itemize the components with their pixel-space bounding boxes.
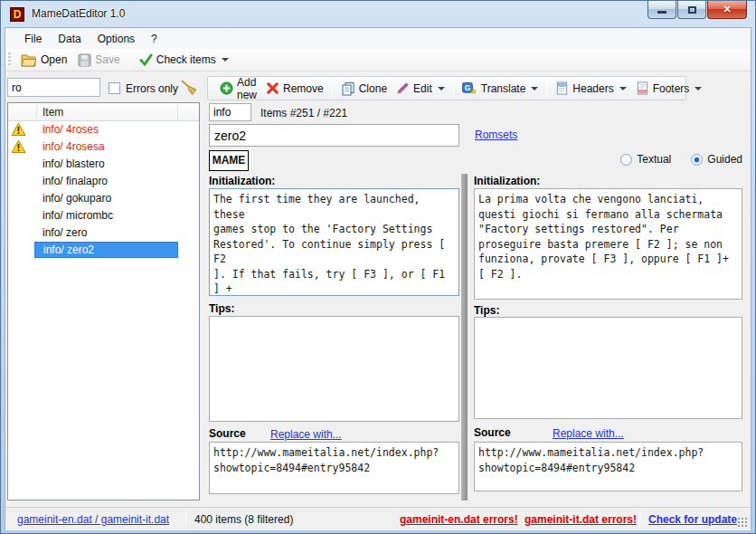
list-item[interactable]: info/ micrombc [8,207,199,224]
source-textarea-it[interactable]: http://www.mameitalia.net/index.php? sho… [474,442,742,491]
list-item[interactable]: info/ zero2 [8,242,199,259]
edit-button[interactable]: Edit [392,80,449,97]
radio-icon [691,154,703,166]
minimize-button[interactable] [647,1,676,19]
chevron-down-icon [619,87,627,91]
warning-icon [11,122,26,137]
source-textarea-en[interactable]: http://www.mameitalia.net/index.php? sho… [209,442,459,494]
list-column-header[interactable]: Item [8,103,199,121]
svg-text:G: G [464,83,470,92]
list-item[interactable]: info/ 4roses [8,121,199,138]
open-label: Open [41,53,67,66]
add-icon [220,81,233,95]
remove-x-icon [266,81,279,95]
clone-button[interactable]: Clone [336,80,392,98]
maximize-button[interactable] [677,1,706,19]
warning-icon [11,139,26,154]
footers-page-icon [636,81,649,95]
headers-page-icon [555,81,569,95]
maximize-icon [688,6,696,14]
close-button[interactable]: ✕ [707,1,747,19]
dat-files-link[interactable]: gameinit-en.dat / gameinit-it.dat [17,513,169,526]
resize-grip[interactable] [737,517,748,528]
menu-options[interactable]: Options [90,30,143,48]
replace-with-link-it[interactable]: Replace with... [553,427,624,440]
check-items-button[interactable]: Check items [134,52,234,68]
romsets-link[interactable]: Romsets [475,129,517,141]
toolbar-grip[interactable] [8,52,11,67]
remove-button[interactable]: Remove [261,80,328,97]
check-items-label: Check items [156,53,216,66]
app-icon: D [10,7,24,22]
errors-only-checkbox[interactable] [109,82,120,94]
tips-textarea-en[interactable] [209,316,459,422]
window-title: MameDatEditor 1.0 [32,7,125,20]
clone-copy-icon [341,81,355,96]
add-new-label: Add new [237,76,257,101]
menu-help[interactable]: ? [143,30,165,48]
errors-en-link[interactable]: gameinit-en.dat errors! [400,513,518,526]
items-count-status: 400 items (8 filtered) [194,513,293,526]
list-item[interactable]: info/ finalapro [8,173,199,190]
item-column-label: Item [43,106,63,119]
chevron-down-icon [695,87,702,91]
editor-toolbar: Add new Remove Clone Edit G Translate [207,76,686,100]
replace-with-link-en[interactable]: Replace with... [270,428,342,441]
app-window: D MameDatEditor 1.0 ✕ File Data Options … [0,0,756,534]
status-bar: gameinit-en.dat / gameinit-it.dat 400 it… [5,507,751,530]
category-field[interactable] [209,103,251,121]
check-for-update-link[interactable]: Check for update [648,513,737,526]
status-separator [185,511,186,526]
remove-label: Remove [283,82,324,95]
item-list: Item info/ 4roses info/ 4rosesa info/ bl… [7,102,200,501]
search-input[interactable] [7,78,100,97]
list-item-label: info/ 4roses [34,121,178,138]
init-label-en: Initialization: [209,175,275,187]
list-item[interactable]: info/ zero [8,224,199,242]
open-button[interactable]: Open [15,52,72,69]
chevron-down-icon [531,87,538,91]
toolbar-separator [546,81,547,97]
headers-button[interactable]: Headers [551,80,630,97]
list-item-label: info/ micrombc [34,207,178,224]
footers-button[interactable]: Footers [631,80,707,97]
list-item[interactable]: info/ 4rosesa [8,138,199,156]
translate-button[interactable]: G Translate [458,80,543,97]
toolbar-separator [129,52,130,68]
column-divider [177,105,178,119]
edit-pencil-icon [396,81,410,95]
save-label: Save [95,53,119,66]
main-toolbar: Open Save Check items [5,49,751,72]
list-item-label: info/ finalapro [34,173,178,189]
item-name-field[interactable] [209,124,459,147]
view-mode-group: Textual Guided [598,153,742,166]
add-new-button[interactable]: Add new [215,74,261,103]
chevron-down-icon [438,87,445,91]
panel-splitter[interactable] [461,174,468,501]
tab-mame[interactable]: MAME [209,150,249,171]
textual-radio[interactable]: Textual [620,153,671,166]
errors-only-label: Errors only [126,82,178,95]
list-item[interactable]: info/ blastero [8,156,199,173]
list-item-label: info/ zero [34,224,178,241]
tips-label-en: Tips: [209,302,234,315]
tips-textarea-it[interactable] [474,317,742,419]
init-textarea-en[interactable]: The first time they are launched, these … [209,188,459,296]
menu-data[interactable]: Data [50,30,89,48]
errors-it-link[interactable]: gameinit-it.dat errors! [524,513,637,526]
menu-bar: File Data Options ? [5,28,751,49]
column-divider [36,105,37,119]
init-textarea-it[interactable]: La prima volta che vengono lanciati, que… [474,188,742,300]
clear-filter-broom-icon[interactable] [179,78,199,98]
menu-file[interactable]: File [16,30,50,48]
titlebar[interactable]: D MameDatEditor 1.0 ✕ [1,1,755,27]
list-item-label: info/ blastero [34,156,178,172]
guided-label: Guided [707,153,742,166]
footers-label: Footers [653,82,690,95]
guided-radio[interactable]: Guided [691,153,742,166]
headers-label: Headers [572,82,613,95]
edit-label: Edit [413,82,432,95]
items-count-label: Items #251 / #221 [260,107,347,119]
list-item[interactable]: info/ gokuparo [8,190,199,207]
save-button[interactable]: Save [72,52,125,69]
